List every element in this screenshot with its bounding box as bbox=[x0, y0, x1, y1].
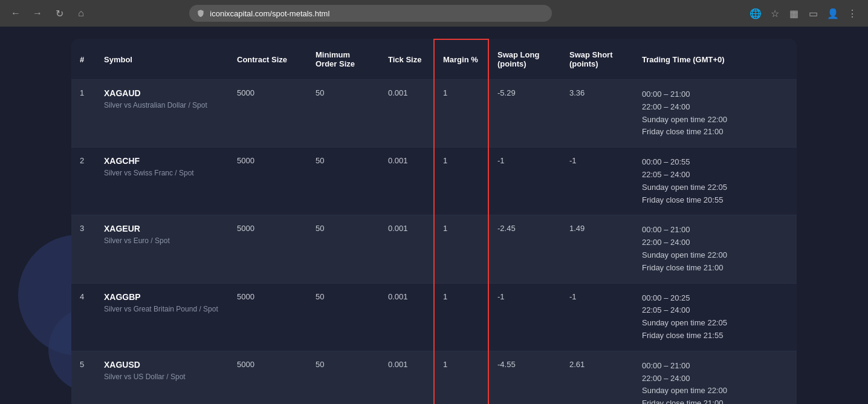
cell-min-order: 50 bbox=[307, 148, 380, 215]
cell-symbol: XAGCHF Silver vs Swiss Franc / Spot bbox=[96, 148, 228, 215]
header-contract-size: Contract Size bbox=[228, 39, 307, 80]
cell-swap-long: -1 bbox=[488, 283, 561, 351]
symbol-desc: Silver vs Swiss Franc / Spot bbox=[104, 168, 220, 178]
cell-min-order: 50 bbox=[307, 283, 380, 351]
cell-symbol: XAGUSD Silver vs US Dollar / Spot bbox=[96, 351, 228, 404]
cell-tick-size: 0.001 bbox=[380, 80, 434, 148]
symbol-desc: Silver vs Australian Dollar / Spot bbox=[104, 100, 220, 111]
cell-num: 1 bbox=[71, 80, 96, 148]
browser-window: ← → ↻ ⌂ iconixcapital.com/spot-metals.ht… bbox=[0, 0, 868, 404]
cell-swap-long: -5.29 bbox=[488, 80, 561, 148]
cell-min-order: 50 bbox=[307, 215, 380, 283]
cell-num: 3 bbox=[71, 215, 96, 283]
extension-button[interactable]: ▦ bbox=[786, 5, 803, 22]
cell-contract-size: 5000 bbox=[228, 80, 307, 148]
symbol-desc: Silver vs Great Britain Pound / Spot bbox=[104, 304, 220, 314]
browser-actions: 🌐 ☆ ▦ ▭ 👤 ⋮ bbox=[747, 5, 861, 22]
sidebar-button[interactable]: ▭ bbox=[805, 5, 822, 22]
header-hash: # bbox=[71, 39, 96, 80]
cell-swap-short: 1.49 bbox=[561, 215, 633, 283]
table-body: 1 XAGAUD Silver vs Australian Dollar / S… bbox=[71, 80, 797, 405]
spot-metals-table-container: # Symbol Contract Size Minimum Order Siz… bbox=[71, 39, 797, 404]
cell-swap-long: -2.45 bbox=[488, 215, 561, 283]
header-margin: Margin % bbox=[434, 39, 488, 80]
cell-margin: 1 bbox=[434, 148, 488, 215]
symbol-name: XAGAUD bbox=[104, 88, 220, 98]
cell-num: 2 bbox=[71, 148, 96, 215]
cell-symbol: XAGGBP Silver vs Great Britain Pound / S… bbox=[96, 283, 228, 351]
browser-content: # Symbol Contract Size Minimum Order Siz… bbox=[0, 27, 868, 404]
symbol-desc: Silver vs Euro / Spot bbox=[104, 236, 220, 246]
table-row: 1 XAGAUD Silver vs Australian Dollar / S… bbox=[71, 80, 797, 148]
cell-contract-size: 5000 bbox=[228, 283, 307, 351]
cell-tick-size: 0.001 bbox=[380, 283, 434, 351]
cell-margin: 1 bbox=[434, 215, 488, 283]
table-header-row: # Symbol Contract Size Minimum Order Siz… bbox=[71, 39, 797, 80]
cell-margin: 1 bbox=[434, 351, 488, 404]
home-button[interactable]: ⌂ bbox=[73, 5, 89, 22]
cell-tick-size: 0.001 bbox=[380, 351, 434, 404]
cell-trading-time: 00:00 – 21:00 22:00 – 24:00 Sunday open … bbox=[633, 351, 797, 404]
cell-margin: 1 bbox=[434, 283, 488, 351]
table-row: 5 XAGUSD Silver vs US Dollar / Spot 5000… bbox=[71, 351, 797, 404]
symbol-name: XAGGBP bbox=[104, 292, 220, 302]
header-min-order: Minimum Order Size bbox=[307, 39, 380, 80]
cell-swap-long: -1 bbox=[488, 148, 561, 215]
cell-min-order: 50 bbox=[307, 80, 380, 148]
address-bar[interactable]: iconixcapital.com/spot-metals.html bbox=[189, 5, 552, 22]
cell-contract-size: 5000 bbox=[228, 215, 307, 283]
symbol-name: XAGEUR bbox=[104, 224, 220, 233]
cell-symbol: XAGEUR Silver vs Euro / Spot bbox=[96, 215, 228, 283]
cell-trading-time: 00:00 – 20:25 22:05 – 24:00 Sunday open … bbox=[633, 283, 797, 351]
header-tick-size: Tick Size bbox=[380, 39, 434, 80]
symbol-desc: Silver vs US Dollar / Spot bbox=[104, 372, 220, 382]
cell-swap-short: 2.61 bbox=[561, 351, 633, 404]
table-row: 3 XAGEUR Silver vs Euro / Spot 5000 50 0… bbox=[71, 215, 797, 283]
cell-margin: 1 bbox=[434, 80, 488, 148]
table-row: 4 XAGGBP Silver vs Great Britain Pound /… bbox=[71, 283, 797, 351]
cell-swap-short: -1 bbox=[561, 148, 633, 215]
security-icon bbox=[196, 9, 205, 18]
profile-button[interactable]: 👤 bbox=[824, 5, 841, 22]
cell-tick-size: 0.001 bbox=[380, 215, 434, 283]
url-text: iconixcapital.com/spot-metals.html bbox=[210, 9, 329, 18]
back-button[interactable]: ← bbox=[7, 5, 24, 22]
header-swap-short: Swap Short (points) bbox=[561, 39, 633, 80]
cell-num: 5 bbox=[71, 351, 96, 404]
cell-trading-time: 00:00 – 21:00 22:00 – 24:00 Sunday open … bbox=[633, 215, 797, 283]
menu-button[interactable]: ⋮ bbox=[844, 5, 861, 22]
cell-num: 4 bbox=[71, 283, 96, 351]
translate-button[interactable]: 🌐 bbox=[747, 5, 764, 22]
forward-button[interactable]: → bbox=[29, 5, 46, 22]
symbol-name: XAGUSD bbox=[104, 360, 220, 370]
header-trading-time: Trading Time (GMT+0) bbox=[633, 39, 797, 80]
cell-trading-time: 00:00 – 20:55 22:05 – 24:00 Sunday open … bbox=[633, 148, 797, 215]
cell-trading-time: 00:00 – 21:00 22:00 – 24:00 Sunday open … bbox=[633, 80, 797, 148]
cell-tick-size: 0.001 bbox=[380, 148, 434, 215]
cell-symbol: XAGAUD Silver vs Australian Dollar / Spo… bbox=[96, 80, 228, 148]
cell-swap-long: -4.55 bbox=[488, 351, 561, 404]
header-symbol: Symbol bbox=[96, 39, 228, 80]
bookmark-button[interactable]: ☆ bbox=[766, 5, 783, 22]
spot-metals-table: # Symbol Contract Size Minimum Order Siz… bbox=[71, 39, 797, 404]
cell-contract-size: 5000 bbox=[228, 351, 307, 404]
header-swap-long: Swap Long (points) bbox=[488, 39, 561, 80]
cell-contract-size: 5000 bbox=[228, 148, 307, 215]
browser-top-bar: ← → ↻ ⌂ iconixcapital.com/spot-metals.ht… bbox=[0, 0, 868, 27]
cell-swap-short: -1 bbox=[561, 283, 633, 351]
symbol-name: XAGCHF bbox=[104, 156, 220, 166]
cell-min-order: 50 bbox=[307, 351, 380, 404]
table-row: 2 XAGCHF Silver vs Swiss Franc / Spot 50… bbox=[71, 148, 797, 215]
cell-swap-short: 3.36 bbox=[561, 80, 633, 148]
reload-button[interactable]: ↻ bbox=[51, 5, 68, 22]
